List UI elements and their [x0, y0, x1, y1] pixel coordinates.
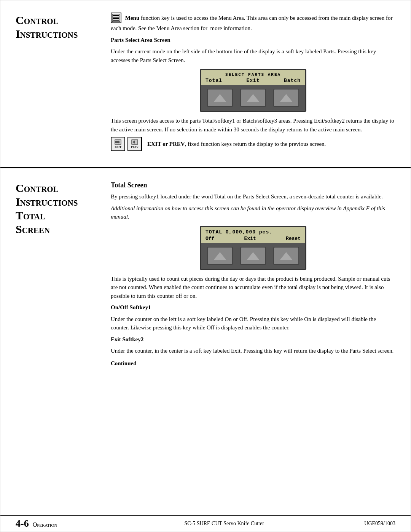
top-left-col: Control Instructions	[0, 10, 107, 158]
lcd1-top: SELECT PARTS AREA Total Exit Batch	[201, 70, 305, 85]
svg-marker-7	[280, 94, 292, 102]
exit-softkey-text: Under the counter, in the center is a so…	[111, 347, 395, 355]
exit-prev-row: EXIT PREV EXIT or PREV, fixed function k…	[111, 137, 395, 151]
lcd2-btn3[interactable]	[273, 247, 299, 265]
lcd-screen-1: SELECT PARTS AREA Total Exit Batch	[200, 69, 306, 112]
parts-select-text2: This screen provides access to the parts…	[111, 117, 395, 134]
menu-bold: Menu	[125, 15, 140, 21]
lcd1-buttons	[201, 85, 305, 111]
lcd2-btn-labels: Off Exit Reset	[206, 236, 301, 241]
exit-label: EXIT	[115, 145, 121, 149]
top-right-col: Menu function key is used to access the …	[107, 10, 411, 158]
footer-center: SC-5 SURE CUT Servo Knife Cutter	[84, 521, 364, 527]
footer-left: 4-6 Operation	[16, 518, 84, 529]
footer-doc-num: UGE059/1003	[364, 521, 395, 526]
total-text1: By pressing softkey1 located under the w…	[111, 192, 395, 201]
bottom-section-title: Control Instructions Total Screen	[16, 181, 99, 236]
footer: 4-6 Operation SC-5 SURE CUT Servo Knife …	[0, 515, 411, 532]
lcd2-title: TOTAL 0,000,000 pcs.	[206, 229, 301, 235]
lcd1-btn2[interactable]	[240, 89, 266, 107]
lcd2-buttons	[201, 243, 305, 269]
lcd2-btn1-label: Off	[206, 236, 214, 241]
lcd1-btn1-label: Total	[206, 78, 222, 83]
footer-page-num: 4-6	[16, 518, 29, 529]
lcd1-btn1[interactable]	[207, 89, 233, 107]
total-screen-heading: Total Screen	[111, 181, 395, 189]
onoff-text: Under the counter on the left is a soft …	[111, 315, 395, 332]
page: Control Instructions Menu function key i…	[0, 0, 411, 532]
top-section: Control Instructions Menu function key i…	[0, 0, 411, 168]
footer-right: UGE059/1003	[364, 521, 395, 527]
menu-description: Menu function key is used to access the …	[111, 13, 395, 33]
lcd1-btn-labels: Total Exit Batch	[206, 78, 301, 83]
top-section-title: Control Instructions	[16, 13, 99, 41]
lcd2-btn2[interactable]	[240, 247, 266, 265]
svg-rect-2	[113, 17, 119, 18]
lcd1-btn3-label: Batch	[284, 78, 301, 83]
parts-select-text1: Under the current mode on the left side …	[111, 47, 395, 64]
prev-label: PREV	[131, 145, 138, 149]
lcd1-btn2-label: Exit	[246, 78, 260, 83]
svg-rect-3	[113, 18, 119, 19]
lcd2-btn2-label: Exit	[244, 236, 256, 241]
footer-section: Operation	[33, 521, 57, 528]
svg-marker-6	[247, 94, 259, 102]
lcd2-btn3-label: Reset	[286, 236, 301, 241]
lcd1-title: SELECT PARTS AREA	[206, 72, 301, 77]
lcd-screen-2: TOTAL 0,000,000 pcs. Off Exit Reset	[200, 226, 306, 270]
total-text3: This is typically used to count cut piec…	[111, 275, 395, 300]
onoff-heading: On/Off Softkey1	[111, 303, 395, 312]
svg-rect-4	[113, 20, 119, 21]
svg-marker-15	[280, 252, 292, 260]
svg-rect-10	[115, 141, 118, 143]
exit-prev-text: EXIT or PREV, fixed function keys return…	[147, 140, 326, 149]
svg-marker-14	[247, 252, 259, 260]
exit-icon: EXIT	[111, 137, 125, 151]
parts-select-heading: Parts Select Area Screen	[111, 36, 395, 45]
svg-marker-5	[214, 94, 226, 102]
bottom-section: Control Instructions Total Screen Total …	[0, 168, 411, 515]
exit-prev-bold: EXIT or PREV	[147, 141, 185, 147]
lcd2-top: TOTAL 0,000,000 pcs. Off Exit Reset	[201, 227, 305, 243]
menu-icon	[111, 13, 121, 23]
bottom-left-col: Control Instructions Total Screen	[0, 177, 107, 511]
footer-product: SC-5 SURE CUT Servo Knife Cutter	[184, 521, 264, 526]
bottom-right-col: Total Screen By pressing softkey1 locate…	[107, 177, 411, 511]
lcd1-btn3[interactable]	[273, 89, 299, 107]
exit-softkey-heading: Exit Softkey2	[111, 335, 395, 344]
svg-marker-13	[214, 252, 226, 260]
svg-rect-1	[113, 15, 119, 16]
total-text2-italic: Additional information on how to access …	[111, 204, 395, 221]
continued-label: Continued	[111, 359, 395, 368]
lcd2-btn1[interactable]	[207, 247, 233, 265]
prev-icon: PREV	[127, 137, 142, 151]
